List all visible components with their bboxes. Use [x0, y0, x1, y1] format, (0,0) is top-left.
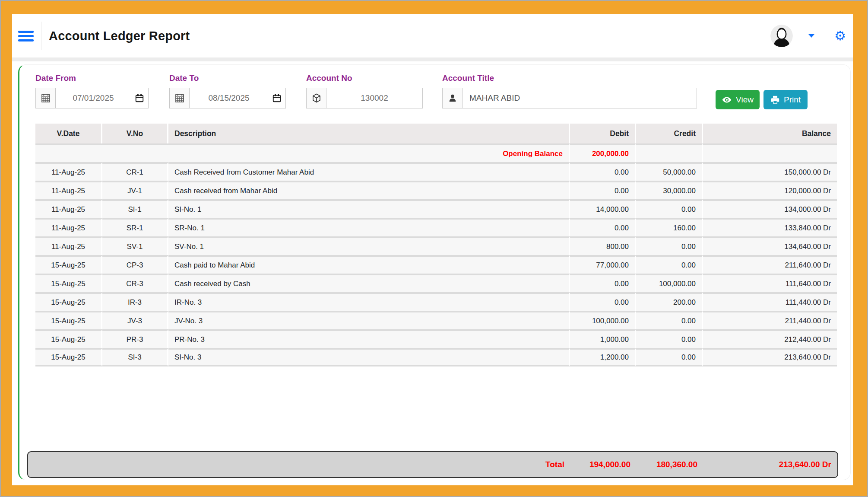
col-debit: Debit: [570, 124, 636, 143]
cube-icon: [307, 88, 326, 108]
calendar-icon: [170, 88, 190, 108]
table-row: 15-Aug-25CP-3Cash paid to Mahar Abid77,0…: [35, 255, 837, 274]
description-cell: Cash received by Cash: [168, 274, 570, 292]
account-title-group: Account Title: [442, 73, 697, 108]
app-header: Account Ledger Report ⚙: [12, 14, 853, 57]
v-date-cell: 15-Aug-25: [35, 348, 102, 366]
header-separator: [12, 57, 853, 61]
debit-cell: 0.00: [570, 274, 636, 292]
date-picker-icon[interactable]: [131, 88, 148, 108]
table-header-row: V.Date V.No Description Debit Credit Bal…: [35, 124, 837, 143]
description-cell: IR-No. 3: [168, 292, 570, 311]
credit-cell: 0.00: [636, 255, 703, 274]
v-no-cell: IR-3: [102, 292, 168, 311]
balance-cell: 212,440.00 Dr: [703, 329, 837, 348]
credit-cell: 0.00: [636, 199, 703, 218]
debit-cell: 0.00: [570, 162, 636, 181]
table-row: 11-Aug-25CR-1Cash Received from Customer…: [35, 162, 837, 181]
v-date-cell: 15-Aug-25: [35, 311, 102, 329]
print-button[interactable]: Print: [763, 90, 808, 109]
opening-balance-balance: [703, 143, 837, 162]
date-to-group: Date To: [169, 73, 286, 108]
account-no-input[interactable]: [326, 88, 422, 108]
balance-cell: 111,440.00 Dr: [703, 292, 837, 311]
printer-icon: [770, 95, 780, 105]
chevron-down-icon[interactable]: [808, 34, 814, 38]
debit-cell: 0.00: [570, 181, 636, 199]
user-avatar-icon: [770, 25, 793, 47]
table-row: 11-Aug-25SV-1SV-No. 1800.000.00134,640.0…: [35, 236, 837, 255]
date-from-group: Date From: [35, 73, 149, 108]
description-cell: SR-No. 1: [168, 218, 570, 236]
ledger-table-wrap: V.Date V.No Description Debit Credit Bal…: [35, 124, 836, 366]
account-no-group: Account No: [306, 73, 423, 108]
app-body: Account Ledger Report ⚙: [12, 14, 853, 485]
opening-balance-debit: 200,000.00: [570, 143, 636, 162]
table-row: 15-Aug-25IR-3IR-No. 30.00200.00111,440.0…: [35, 292, 837, 311]
page-title: Account Ledger Report: [49, 29, 190, 43]
v-date-cell: 11-Aug-25: [35, 236, 102, 255]
account-title-input[interactable]: [463, 88, 697, 108]
ledger-table: V.Date V.No Description Debit Credit Bal…: [35, 124, 837, 366]
v-no-cell: SI-3: [102, 348, 168, 366]
total-bar: Total 194,000.00 180,360.00 213,640.00 D…: [27, 451, 838, 478]
credit-cell: 200.00: [636, 292, 703, 311]
report-card: Date From: [18, 64, 851, 480]
credit-cell: 0.00: [636, 236, 703, 255]
v-no-cell: JV-3: [102, 311, 168, 329]
ledger-tbody: Opening Balance 200,000.00 11-Aug-25CR-1…: [35, 143, 837, 366]
balance-cell: 120,000.00 Dr: [703, 181, 837, 199]
header-divider: [41, 22, 41, 50]
calendar-icon: [36, 88, 56, 108]
balance-cell: 133,840.00 Dr: [703, 218, 837, 236]
account-title-label: Account Title: [442, 73, 697, 83]
v-date-cell: 11-Aug-25: [35, 199, 102, 218]
opening-balance-label: Opening Balance: [35, 143, 570, 162]
date-to-input[interactable]: [190, 88, 268, 108]
settings-gear-icon[interactable]: ⚙: [834, 29, 846, 42]
credit-cell: 30,000.00: [636, 181, 703, 199]
credit-cell: 0.00: [636, 348, 703, 366]
debit-cell: 1,000.00: [570, 329, 636, 348]
v-date-cell: 15-Aug-25: [35, 255, 102, 274]
table-row: 15-Aug-25CR-3Cash received by Cash0.0010…: [35, 274, 837, 292]
table-row: 11-Aug-25JV-1Cash received from Mahar Ab…: [35, 181, 837, 199]
view-button-label: View: [736, 95, 754, 105]
v-date-cell: 11-Aug-25: [35, 162, 102, 181]
date-from-field: [35, 88, 149, 108]
debit-cell: 14,000.00: [570, 199, 636, 218]
date-from-input[interactable]: [56, 88, 131, 108]
table-row: 15-Aug-25PR-3PR-No. 31,000.000.00212,440…: [35, 329, 837, 348]
v-no-cell: SR-1: [102, 218, 168, 236]
description-cell: Cash Received from Customer Mahar Abid: [168, 162, 570, 181]
v-date-cell: 15-Aug-25: [35, 292, 102, 311]
description-cell: SI-No. 3: [168, 348, 570, 366]
account-no-field: [306, 88, 423, 108]
col-description: Description: [168, 124, 570, 143]
v-date-cell: 15-Aug-25: [35, 329, 102, 348]
v-date-cell: 15-Aug-25: [35, 274, 102, 292]
total-credit: 180,360.00: [637, 460, 703, 469]
balance-cell: 111,640.00 Dr: [703, 274, 837, 292]
avatar[interactable]: [770, 25, 793, 47]
view-button[interactable]: View: [716, 90, 760, 109]
v-no-cell: SV-1: [102, 236, 168, 255]
action-buttons: View Print: [716, 73, 808, 109]
total-table: Total 194,000.00 180,360.00 213,640.00 D…: [36, 460, 837, 469]
menu-icon[interactable]: [18, 31, 34, 41]
v-date-cell: 11-Aug-25: [35, 181, 102, 199]
col-credit: Credit: [636, 124, 703, 143]
col-balance: Balance: [703, 124, 837, 143]
debit-cell: 100,000.00: [570, 311, 636, 329]
debit-cell: 800.00: [570, 236, 636, 255]
balance-cell: 150,000.00 Dr: [703, 162, 837, 181]
description-cell: SV-No. 1: [168, 236, 570, 255]
v-no-cell: JV-1: [102, 181, 168, 199]
table-row: 15-Aug-25SI-3SI-No. 31,200.000.00213,640…: [35, 348, 837, 366]
person-icon: [443, 88, 463, 108]
debit-cell: 1,200.00: [570, 348, 636, 366]
table-row: 15-Aug-25JV-3JV-No. 3100,000.000.00211,4…: [35, 311, 837, 329]
debit-cell: 77,000.00: [570, 255, 636, 274]
date-picker-icon[interactable]: [268, 88, 285, 108]
description-cell: Cash received from Mahar Abid: [168, 181, 570, 199]
